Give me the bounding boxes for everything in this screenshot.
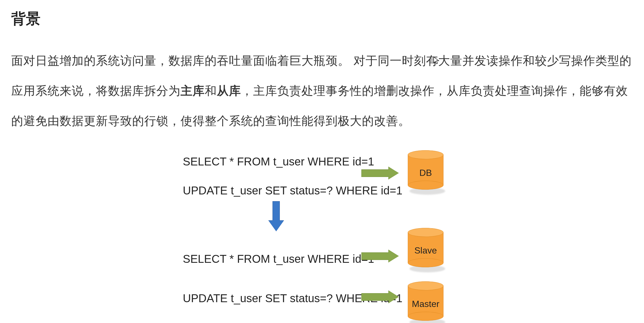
db-master-cylinder: Master: [408, 281, 443, 321]
para-bold-master: 主库: [181, 84, 205, 97]
para-mid: 和: [205, 84, 217, 97]
arrow-to-slave-icon: [361, 250, 399, 263]
arrow-to-db-icon: [361, 167, 399, 180]
db-master-label: Master: [408, 299, 443, 309]
db-single-label: DB: [408, 168, 443, 178]
db-split-diagram: SELECT * FROM t_user WHERE id=1 UPDATE t…: [0, 141, 644, 323]
sql-select-before: SELECT * FROM t_user WHERE id=1: [183, 155, 374, 168]
db-single-cylinder: DB: [408, 150, 443, 190]
db-slave-label: Slave: [408, 245, 443, 256]
sql-select-after: SELECT * FROM t_user WHERE id=1: [183, 253, 374, 265]
paragraph: 面对日益增加的系统访问量，数据库的吞吐量面临着巨大瓶颈。 对于同一时刻有大量并发…: [11, 46, 633, 136]
sql-update-before: UPDATE t_user SET status=? WHERE id=1: [183, 184, 402, 197]
section-heading: 背景: [11, 9, 40, 29]
arrow-to-master-icon: [361, 291, 399, 303]
arrow-down-icon: [269, 201, 284, 232]
db-slave-cylinder: Slave: [408, 228, 443, 267]
para-bold-slave: 从库: [217, 84, 241, 97]
